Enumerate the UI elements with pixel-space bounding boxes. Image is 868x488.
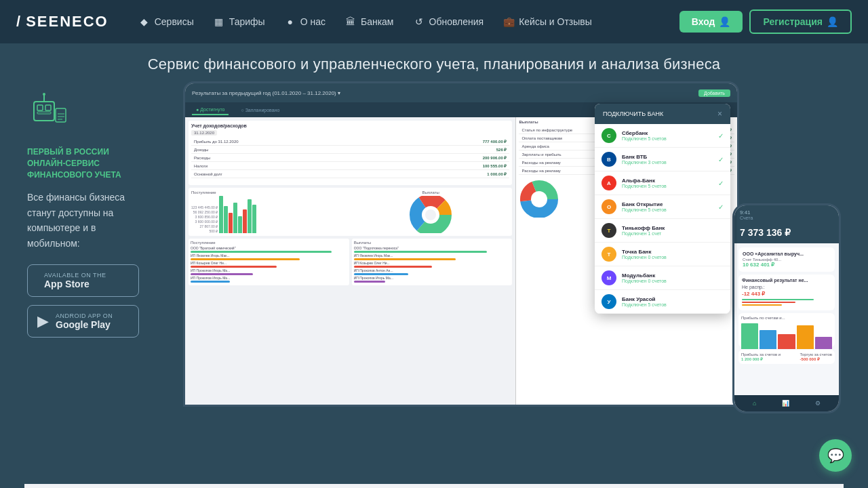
expense-chart: Выплаты ООО "Подготовка переноса" ИП Яко…	[352, 239, 513, 285]
bank-item-module[interactable]: М Модульбанк Подключен 0 счетов	[595, 266, 730, 290]
login-button[interactable]: Вход 👤	[679, 11, 743, 33]
bank-item-alfa[interactable]: А Альфа-Банк Подключен 5 счетов ✓	[595, 171, 730, 195]
svg-point-14	[425, 209, 436, 220]
mobile-stats-card: Финансовый результат не... Не распр.: -1…	[738, 274, 835, 310]
alfa-check: ✓	[718, 180, 724, 187]
open-logo: О	[601, 199, 616, 214]
banks-icon: 🏛	[344, 16, 357, 28]
svg-rect-6	[56, 108, 66, 122]
alfa-logo: А	[601, 176, 616, 190]
register-user-icon: 👤	[827, 16, 838, 27]
main-content: ПЕРВЫЙ В РОССИИ ОНЛАЙН-СЕРВИС ФИНАНСОВОГ…	[0, 81, 868, 484]
bar-chart: Поступление 123 445 445.00 ₽ 56 092 250.…	[191, 190, 349, 233]
dashboard-preview: Результаты за предыдущий год (01.01.2020…	[183, 81, 841, 413]
pie-svg	[409, 196, 453, 233]
mobile-body: ООО «Арсанитал выруч... Счет Тинькофф 40…	[734, 243, 839, 395]
appstore-badge[interactable]: Available on the App Store	[27, 264, 139, 297]
charts-row: Поступление 123 445 445.00 ₽ 56 092 250.…	[189, 188, 512, 236]
svg-rect-0	[34, 102, 54, 121]
mobile-home-icon[interactable]: ⌂	[753, 400, 756, 407]
summary-table: Прибыль до 31.12.2020777 400.00 ₽ Доходы…	[191, 138, 509, 178]
screen-header: Результаты за предыдущий год (01.01.2020…	[185, 83, 737, 102]
screen-left-panel: Учет доходов/расходов 31.12.2020 Прибыль…	[185, 117, 516, 405]
nav-updates[interactable]: ↺ Обновления	[405, 10, 492, 33]
summary-section: Учет доходов/расходов 31.12.2020 Прибыль…	[189, 121, 512, 185]
register-button[interactable]: Регистрация 👤	[749, 9, 852, 34]
finance-icon	[27, 88, 75, 136]
vtb-check: ✓	[718, 156, 724, 163]
header-actions: Вход 👤 Регистрация 👤	[679, 9, 852, 34]
nav-about[interactable]: ● О нас	[276, 10, 334, 33]
mobile-totals: Прибыль за счетов и 1 200 000 ₽ Торгую з…	[738, 350, 835, 364]
tab-planned[interactable]: ○ Запланировано	[237, 106, 283, 115]
ural-logo: У	[601, 294, 616, 309]
sidebar-description: Все финансы бизнеса станут доступны на к…	[27, 190, 163, 251]
right-pie-svg	[519, 180, 559, 218]
svg-rect-2	[45, 105, 51, 110]
pie-chart: Выплаты	[352, 190, 510, 233]
open-check: ✓	[718, 203, 724, 211]
date-row: 31.12.2020	[191, 130, 509, 136]
module-logo: М	[601, 270, 616, 285]
updates-icon: ↺	[413, 16, 425, 28]
mobile-screen-header: 9:41 Счета	[734, 205, 839, 224]
bank-modal-close-button[interactable]: ×	[717, 109, 722, 119]
mobile-frame: 9:41 Счета 7 373 136 ₽ ООО «Арсанитал вы…	[732, 203, 841, 413]
bank-item-ural[interactable]: У Банк Урасой Подключен 5 счетов	[595, 290, 730, 314]
tinkoff-logo: Т	[601, 223, 616, 238]
bank-modal: ПОДКЛЮЧИТЬ БАНК × С Сбербанк Подключен 5…	[595, 104, 730, 314]
cases-icon: 💼	[502, 16, 515, 28]
bank-item-vtb[interactable]: В Банк ВТБ Подключен 3 счетов ✓	[595, 148, 730, 171]
mobile-screen: 9:41 Счета 7 373 136 ₽ ООО «Арсанитал вы…	[734, 205, 839, 411]
svg-point-5	[43, 93, 45, 96]
logo[interactable]: / SEENECO	[16, 13, 108, 30]
sidebar-badge: ПЕРВЫЙ В РОССИИ ОНЛАЙН-СЕРВИС ФИНАНСОВОГ…	[27, 146, 163, 180]
vtb-logo: В	[601, 152, 616, 167]
svg-rect-1	[37, 105, 43, 110]
logo-slash: /	[16, 13, 22, 30]
mobile-chart: Прибыль по счетам и...	[738, 313, 835, 347]
nav-cases[interactable]: 💼 Кейсы и Отзывы	[494, 10, 600, 33]
bank-item-sber[interactable]: С Сбербанк Подключен 5 счетов ✓	[595, 124, 730, 148]
sberbank-logo: С	[601, 128, 616, 143]
tochka-logo: Т	[601, 247, 616, 262]
bank-item-tochka[interactable]: Т Точка Банк Подключен 0 счетов	[595, 243, 730, 266]
mobile-bottom-nav: ⌂ 📊 ⚙	[734, 395, 839, 411]
tariffs-icon: ▦	[213, 16, 225, 28]
svg-point-18	[534, 195, 544, 204]
nav-services[interactable]: ◆ Сервисы	[130, 10, 202, 33]
tab-actual[interactable]: ● Достигнуто	[192, 105, 229, 115]
screen-add-btn[interactable]: Добавить	[698, 89, 730, 97]
mobile-balance-display: 7 373 136 ₽	[734, 224, 839, 243]
laptop-frame: Результаты за предыдущий год (01.01.2020…	[183, 81, 739, 407]
googleplay-icon: ▶	[37, 312, 49, 330]
left-sidebar: ПЕРВЫЙ В РОССИИ ОНЛАЙН-СЕРВИС ФИНАНСОВОГ…	[27, 81, 163, 346]
svg-rect-3	[37, 112, 51, 114]
sberbank-check: ✓	[718, 132, 724, 140]
about-icon: ●	[284, 16, 296, 28]
bank-modal-header: ПОДКЛЮЧИТЬ БАНК ×	[595, 104, 730, 124]
user-icon: 👤	[719, 16, 730, 27]
hero-title: Сервис финансового и управленческого уче…	[0, 43, 868, 81]
bottom-charts-row: Поступление ООО "Братский химический" ИП…	[189, 239, 512, 285]
laptop-screen: Результаты за предыдущий год (01.01.2020…	[185, 83, 737, 405]
mobile-settings-icon[interactable]: ⚙	[815, 400, 821, 407]
googleplay-badge[interactable]: ▶ Android App on Google Play	[27, 305, 139, 338]
services-icon: ◆	[138, 16, 151, 28]
mobile-chart-icon[interactable]: 📊	[782, 400, 789, 407]
income-chart: Поступление ООО "Братский химический" ИП…	[189, 239, 349, 285]
chat-button[interactable]: 💬	[819, 439, 852, 472]
main-nav: ◆ Сервисы ▦ Тарифы ● О нас 🏛 Банкам ↺ Об…	[130, 10, 674, 33]
section-title: Учет доходов/расходов	[191, 123, 509, 128]
nav-banks[interactable]: 🏛 Банкам	[336, 10, 402, 33]
nav-tariffs[interactable]: ▦ Тарифы	[205, 10, 273, 33]
bottom-bar: от 1 323 ₽ 7 дней полного доступа + перс…	[24, 484, 844, 488]
bar-chart-container: 123 445 445.00 ₽ 56 092 250.00 ₽ 3 600 8…	[191, 196, 349, 233]
mobile-company-card: ООО «Арсанитал выруч... Счет Тинькофф 40…	[738, 247, 835, 272]
bank-item-tinkoff[interactable]: Т Тинькофф Банк Подключен 1 счет	[595, 219, 730, 243]
chat-icon: 💬	[827, 447, 844, 464]
screen-title: Результаты за предыдущий год (01.01.2020…	[192, 90, 340, 96]
bank-item-open[interactable]: О Банк Открытие Подключен 5 счетов ✓	[595, 195, 730, 219]
